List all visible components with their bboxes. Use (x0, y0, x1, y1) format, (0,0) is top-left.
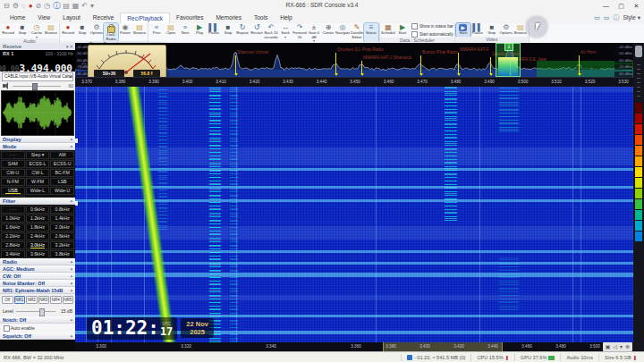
print-icon[interactable]: ▣ (606, 342, 611, 351)
mode-lsb[interactable]: LSB (50, 178, 74, 186)
volume-slider-thumb[interactable] (32, 83, 38, 90)
maximize-button[interactable]: ▢ (614, 0, 629, 12)
filter-2.0khz[interactable]: 2.0kHz (50, 223, 74, 232)
spectrum-display[interactable]: SLOW CW Shannon VolmetDrunken DJ, Pirat … (75, 43, 633, 87)
tab-layout[interactable]: Layout (56, 13, 87, 23)
contrast-slider-thumb[interactable] (635, 46, 642, 57)
filter-0.8khz[interactable]: 0.8kHz (50, 206, 74, 214)
waterfall-palette-legend[interactable] (635, 103, 642, 242)
mode-cw-u[interactable]: CW-U (1, 169, 25, 177)
show-in-status-bar-checkbox[interactable]: Show in status bar (411, 23, 453, 29)
pause-button[interactable]: ▌▌Pause (207, 23, 221, 42)
start-button[interactable]: ▶Start (456, 23, 470, 37)
filter-2.2khz[interactable]: 2.2kHz (1, 232, 25, 240)
next-button[interactable]: »Next (178, 23, 192, 42)
power-button[interactable]: ◉Power (118, 23, 132, 41)
filter-2.6khz[interactable]: 2.6kHz (50, 232, 74, 240)
radio-row-2[interactable]: Noise Blanker: Off▴ (0, 280, 75, 287)
mode-usb[interactable]: USB (1, 187, 25, 195)
mode-bc-fm[interactable]: BC-FM (50, 169, 74, 177)
mode-ecss-l[interactable]: ECSS-L (26, 160, 50, 168)
section-filter[interactable]: Filter▴ (0, 198, 75, 205)
squelch-row[interactable]: Squelch: Off▴ (0, 333, 75, 340)
filter-2.8khz[interactable]: 2.8kHz (1, 241, 25, 249)
tab-receive[interactable]: Receive (87, 13, 120, 23)
waterfall-frequency-scale[interactable]: 3.3003.3203.3403.3603.3803.4003.4203.440… (75, 342, 633, 351)
close-panel-icon[interactable]: ⊗ (625, 342, 630, 351)
gain-0-db-button[interactable]: ±Gain 0 dB▾ (307, 23, 321, 42)
filter-1.4khz[interactable]: 1.4kHz (50, 215, 74, 223)
mode-sam[interactable]: SAM (1, 160, 25, 168)
nr-button-nr2[interactable]: NR2 (26, 296, 38, 304)
tab-rec-playback[interactable]: Rec/Playback (120, 13, 170, 23)
audio-device-select[interactable]: CABLE Input (VB-Audio Virtual Cable) ▾ (2, 72, 73, 81)
display-2-icon[interactable]: ▭ (604, 14, 610, 21)
filter-2.4khz[interactable]: 2.4kHz (26, 232, 50, 240)
stop-button[interactable]: ■Stop (485, 23, 499, 37)
forward-10-seconds-button[interactable]: ↷Forward 10 seconds (292, 23, 307, 42)
start-button[interactable]: ▶Start (395, 23, 410, 38)
filter-3.8khz[interactable]: 3.8kHz (50, 250, 74, 258)
level-slider-thumb[interactable] (39, 308, 45, 316)
filter-1.6khz[interactable]: 1.6kHz (1, 223, 25, 232)
notch-row[interactable]: Notch: Off▴ (0, 316, 75, 324)
tab-home[interactable]: Home (4, 13, 31, 23)
dropdown-icon[interactable]: ▾ (620, 342, 623, 351)
speaker-icon[interactable] (3, 84, 5, 88)
tab-favourites[interactable]: Favourites (170, 13, 209, 23)
seek-button[interactable]: ↔Seek▾ (278, 23, 292, 42)
frequency-display[interactable]: RX 1 100 - 3100 Hz 00.003.494.000 (0, 50, 75, 72)
section-radio[interactable]: Radio▴ (0, 258, 75, 265)
radio-row-0[interactable]: AGC: Medium▴ (0, 265, 75, 273)
navigator-button[interactable]: ◎Navigator (335, 23, 350, 42)
pause-button[interactable]: ▌▌Pause (470, 23, 485, 37)
mode-wide-l[interactable]: Wide-L (26, 187, 50, 195)
filter--[interactable]: · · · (1, 206, 25, 214)
options-button[interactable]: ⚙Options (499, 23, 513, 37)
filter-3.0khz[interactable]: 3.0kHz (26, 241, 50, 249)
cache-button[interactable]: ◷Cache▾ (30, 23, 44, 38)
mode-cw-l[interactable]: CW-L (26, 169, 50, 177)
stop-button[interactable]: ■Stop (75, 23, 89, 41)
display-1-icon[interactable]: ▭ (594, 14, 600, 21)
style-menu[interactable]: Style ▾ (623, 14, 640, 21)
audio-scope[interactable] (1, 90, 74, 136)
mode-step-[interactable]: Step ▾ (26, 151, 50, 159)
back-10-seconds-button[interactable]: ↶Back 10 seconds (264, 23, 278, 42)
browse-button[interactable]: ▤Browse (132, 23, 147, 41)
tab-help[interactable]: Help (274, 13, 298, 23)
radio-row-3[interactable]: NR1: Ephraim-Malah 15dB▴ (0, 287, 75, 294)
minimize-button[interactable]: — (598, 0, 614, 12)
play-button[interactable]: ▶Play (192, 23, 207, 42)
repeat-button[interactable]: ↻Repeat (235, 23, 250, 42)
filter-1.2khz[interactable]: 1.2kHz (26, 215, 50, 223)
options-button[interactable]: ⚙Options (89, 23, 104, 41)
mode-ecss-u[interactable]: ECSS-U (50, 160, 74, 168)
stop-button[interactable]: ■Stop (15, 23, 30, 38)
tab-tools[interactable]: Tools (248, 13, 274, 23)
record-button[interactable]: ●Record (1, 23, 15, 38)
radio-row-1[interactable]: CW: Off▴ (0, 273, 75, 280)
mode-n-fm[interactable]: N-FM (1, 178, 25, 186)
nr-button-nr5[interactable]: NR5 (63, 296, 74, 304)
filter-3.4khz[interactable]: 3.4kHz (1, 250, 25, 258)
waterfall-display[interactable]: 01:22 : UTC 17 22 Nov 2025 (75, 87, 633, 342)
mode-w-fm[interactable]: W-FM (26, 178, 50, 186)
filter-1.0khz[interactable]: 1.0kHz (1, 215, 25, 223)
filter-3.2khz[interactable]: 3.2kHz (50, 241, 74, 249)
auto-enable-checkbox[interactable] (4, 325, 10, 332)
open-button[interactable]: ▤Open (164, 23, 178, 42)
mode--[interactable]: · · · (1, 151, 25, 159)
browse-button[interactable]: ▤Browse (44, 23, 58, 38)
nr-button-nr4[interactable]: NR4 (50, 296, 62, 304)
center-button[interactable]: ⊕Center (321, 23, 335, 42)
restart-button[interactable]: ↺Restart (250, 23, 264, 42)
prev-button[interactable]: «Prev (149, 23, 164, 42)
receive-panel-header[interactable]: Receive ▾ ✕ (0, 43, 75, 50)
nr-button-nr3[interactable]: NR3 (38, 296, 50, 304)
filter-1.8khz[interactable]: 1.8kHz (26, 223, 50, 232)
status-button[interactable]: ≡Status (364, 23, 378, 42)
tab-view[interactable]: View (31, 13, 56, 23)
filter-0.6khz[interactable]: 0.6kHz (26, 206, 50, 214)
lock-radio-button[interactable]: Lock Radio (104, 23, 118, 41)
